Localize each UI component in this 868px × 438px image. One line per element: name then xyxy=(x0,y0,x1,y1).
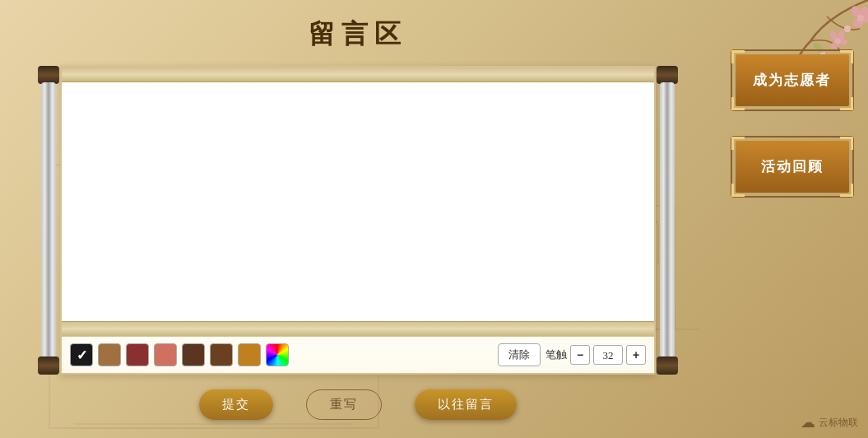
stroke-value: 32 xyxy=(593,345,623,365)
volunteer-button[interactable]: 成为志愿者 xyxy=(736,54,849,106)
history-button[interactable]: 以往留言 xyxy=(415,389,517,420)
main-content: 留言区 xyxy=(0,0,868,438)
bottom-actions: 提交 重写 以往留言 xyxy=(199,389,517,420)
color-swatch-dark-brown[interactable] xyxy=(182,343,205,366)
scroll-pole-left xyxy=(37,66,60,375)
color-swatch-black[interactable]: ✓ xyxy=(70,343,93,366)
scroll-paper: ✓ 清除 xyxy=(60,66,656,375)
pole-body-left xyxy=(41,82,56,358)
rewrite-button[interactable]: 重写 xyxy=(306,389,382,420)
color-swatch-brown-red[interactable] xyxy=(126,343,149,366)
center-section: 留言区 xyxy=(0,0,716,438)
watermark: ☁ 云标物联 xyxy=(801,413,858,431)
scroll-edge-bottom xyxy=(62,321,654,336)
pole-cap-top-left xyxy=(38,66,59,84)
color-swatch-amber[interactable] xyxy=(238,343,261,366)
scroll-container: ✓ 清除 xyxy=(37,66,679,375)
stroke-label: 笔触 xyxy=(545,347,567,362)
pole-cap-top-right xyxy=(657,66,678,84)
stroke-decrease-button[interactable]: − xyxy=(570,345,590,365)
pole-body-right xyxy=(660,82,675,358)
stroke-controls: 笔触 − 32 + xyxy=(545,345,646,365)
color-swatch-rainbow[interactable] xyxy=(266,343,289,366)
submit-button[interactable]: 提交 xyxy=(199,389,273,420)
right-sidebar: 成为志愿者 活动回顾 xyxy=(716,0,868,438)
cloud-icon: ☁ xyxy=(801,413,815,431)
color-swatch-medium-brown[interactable] xyxy=(210,343,233,366)
toolbar: ✓ 清除 xyxy=(62,336,654,373)
scroll-edge-top xyxy=(62,68,654,82)
review-button-wrapper: 活动回顾 xyxy=(731,136,854,198)
volunteer-button-wrapper: 成为志愿者 xyxy=(731,49,854,111)
watermark-text: 云标物联 xyxy=(819,416,858,430)
color-swatch-tan[interactable] xyxy=(98,343,121,366)
pole-cap-bottom-right xyxy=(657,356,678,375)
stroke-increase-button[interactable]: + xyxy=(626,345,646,365)
drawing-canvas[interactable] xyxy=(62,82,654,321)
page-title: 留言区 xyxy=(309,16,407,53)
color-swatch-salmon[interactable] xyxy=(154,343,177,366)
clear-button[interactable]: 清除 xyxy=(498,343,541,366)
scroll-pole-right xyxy=(656,66,679,375)
review-button[interactable]: 活动回顾 xyxy=(736,141,849,193)
pole-cap-bottom-left xyxy=(38,356,59,375)
